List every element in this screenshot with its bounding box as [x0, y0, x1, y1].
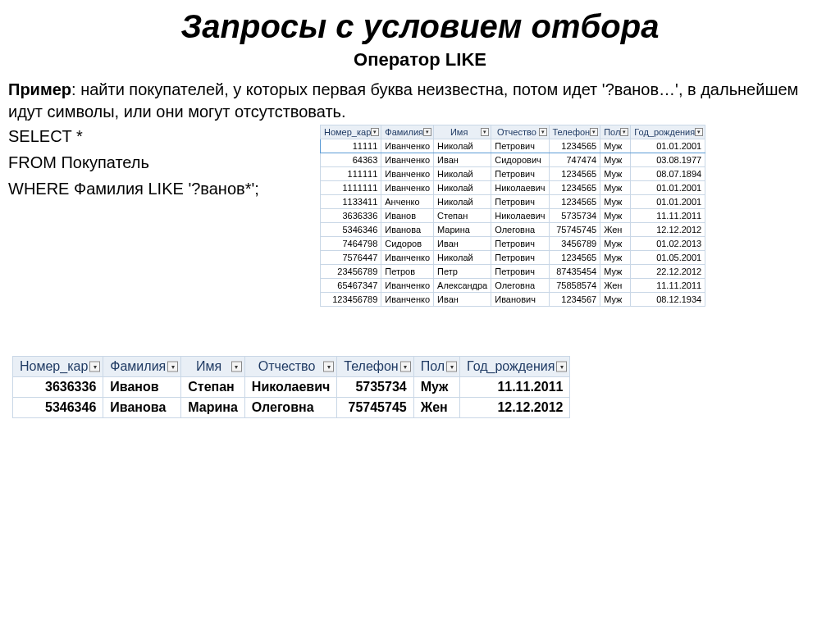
col-sex[interactable]: Пол▾ [600, 125, 631, 139]
col-name[interactable]: Имя▾ [434, 125, 491, 139]
cell-num: 7464798 [321, 237, 381, 251]
cell-tel: 1234565 [549, 251, 600, 265]
cell-num: 5346346 [321, 223, 381, 237]
cell-tel: 75745745 [337, 398, 413, 418]
cell-pat: Петрович [491, 139, 549, 153]
source-table-header: Номер_кар▾ Фамилия▾ Имя▾ Отчество▾ Телеф… [321, 125, 705, 139]
col-dob[interactable]: Год_рождения▾ [631, 125, 705, 139]
sql-line-1: SELECT * [8, 123, 312, 149]
dropdown-icon[interactable]: ▾ [89, 362, 100, 372]
cell-tel: 1234565 [549, 181, 600, 195]
cell-sex: Муж [600, 293, 631, 307]
cell-name: Марина [434, 223, 491, 237]
cell-fam: Иванов [103, 377, 181, 398]
rcol-dob[interactable]: Год_рождения▾ [460, 357, 570, 377]
rcol-tel[interactable]: Телефон▾ [337, 357, 413, 377]
cell-dob: 22.12.2012 [631, 265, 705, 279]
cell-name: Николай [434, 167, 491, 181]
cell-pat: Петрович [491, 195, 549, 209]
cell-name: Степан [181, 377, 245, 398]
cell-num: 11111 [321, 139, 381, 153]
table-row[interactable]: 111111ИванченкоНиколайПетрович1234565Муж… [321, 167, 705, 181]
table-row[interactable]: 1111111ИванченкоНиколайНиколаевич1234565… [321, 181, 705, 195]
dropdown-icon[interactable]: ▾ [695, 128, 703, 136]
cell-fam: Иванов [381, 209, 434, 223]
example-label: Пример [8, 80, 71, 98]
cell-pat: Петрович [491, 237, 549, 251]
cell-fam: Иванченко [381, 153, 434, 167]
cell-fam: Сидоров [381, 237, 434, 251]
cell-num: 5346346 [13, 398, 103, 418]
cell-num: 65467347 [321, 279, 381, 293]
table-row[interactable]: 7464798СидоровИванПетрович3456789Муж01.0… [321, 237, 705, 251]
cell-sex: Муж [600, 265, 631, 279]
table-row[interactable]: 64363ИванченкоИванСидорович747474Муж03.0… [321, 153, 705, 167]
cell-pat: Петрович [491, 167, 549, 181]
cell-fam: Иванченко [381, 251, 434, 265]
dropdown-icon[interactable]: ▾ [167, 362, 178, 372]
cell-sex: Муж [600, 251, 631, 265]
cell-sex: Муж [600, 195, 631, 209]
table-row[interactable]: 7576447ИванченкоНиколайПетрович1234565Му… [321, 251, 705, 265]
cell-fam: Иванова [103, 398, 181, 418]
dropdown-icon[interactable]: ▾ [590, 128, 598, 136]
cell-dob: 01.01.2001 [631, 195, 705, 209]
rcol-fam[interactable]: Фамилия▾ [103, 357, 181, 377]
rcol-pat[interactable]: Отчество▾ [244, 357, 336, 377]
table-row[interactable]: 3636336ИвановСтепанНиколаевич5735734Муж1… [321, 209, 705, 223]
cell-sex: Жен [600, 279, 631, 293]
cell-dob: 11.11.2011 [460, 377, 570, 398]
cell-sex: Жен [600, 223, 631, 237]
dropdown-icon[interactable]: ▾ [423, 128, 431, 136]
cell-tel: 1234565 [549, 167, 600, 181]
rcol-num[interactable]: Номер_кар▾ [13, 357, 103, 377]
table-row[interactable]: 65467347ИванченкоАлександраОлеговна75858… [321, 279, 705, 293]
cell-dob: 01.01.2001 [631, 139, 705, 153]
rcol-sex[interactable]: Пол▾ [413, 357, 459, 377]
cell-dob: 01.05.2001 [631, 251, 705, 265]
table-row[interactable]: 1133411АнченкоНиколайПетрович1234565Муж0… [321, 195, 705, 209]
cell-num: 3636336 [321, 209, 381, 223]
table-row[interactable]: 5346346ИвановаМаринаОлеговна75745745Жен1… [13, 398, 570, 418]
cell-tel: 1234567 [549, 293, 600, 307]
cell-fam: Иванова [381, 223, 434, 237]
dropdown-icon[interactable]: ▾ [446, 362, 457, 372]
cell-dob: 08.12.1934 [631, 293, 705, 307]
dropdown-icon[interactable]: ▾ [400, 362, 411, 372]
cell-dob: 12.12.2012 [460, 398, 570, 418]
cell-sex: Муж [600, 181, 631, 195]
dropdown-icon[interactable]: ▾ [539, 128, 547, 136]
page-title: Запросы с условием отбора [0, 8, 840, 45]
table-row[interactable]: 3636336ИвановСтепанНиколаевич5735734Муж1… [13, 377, 570, 398]
dropdown-icon[interactable]: ▾ [231, 362, 242, 372]
cell-dob: 12.12.2012 [631, 223, 705, 237]
cell-num: 7576447 [321, 251, 381, 265]
cell-name: Иван [434, 153, 491, 167]
col-fam[interactable]: Фамилия▾ [381, 125, 434, 139]
dropdown-icon[interactable]: ▾ [371, 128, 379, 136]
dropdown-icon[interactable]: ▾ [481, 128, 489, 136]
example-text: Пример: найти покупателей, у которых пер… [0, 79, 840, 123]
cell-name: Иван [434, 237, 491, 251]
cell-num: 3636336 [13, 377, 103, 398]
cell-num: 64363 [321, 153, 381, 167]
cell-dob: 01.01.2001 [631, 181, 705, 195]
cell-pat: Петрович [491, 251, 549, 265]
rcol-name[interactable]: Имя▾ [181, 357, 245, 377]
col-tel[interactable]: Телефон▾ [549, 125, 600, 139]
dropdown-icon[interactable]: ▾ [556, 362, 567, 372]
cell-pat: Олеговна [491, 279, 549, 293]
result-table: Номер_кар▾ Фамилия▾ Имя▾ Отчество▾ Телеф… [12, 356, 570, 418]
table-row[interactable]: 5346346ИвановаМаринаОлеговна75745745Жен1… [321, 223, 705, 237]
dropdown-icon[interactable]: ▾ [323, 362, 334, 372]
table-row[interactable]: 23456789ПетровПетрПетрович87435454Муж22.… [321, 265, 705, 279]
table-row[interactable]: 123456789ИванченкоИванИванович1234567Муж… [321, 293, 705, 307]
dropdown-icon[interactable]: ▾ [620, 128, 628, 136]
cell-num: 1133411 [321, 195, 381, 209]
col-pat[interactable]: Отчество▾ [491, 125, 549, 139]
cell-num: 1111111 [321, 181, 381, 195]
table-row[interactable]: 11111ИванченкоНиколайПетрович1234565Муж0… [321, 139, 705, 153]
cell-name: Петр [434, 265, 491, 279]
page-subtitle: Оператор LIKE [0, 49, 840, 71]
col-num[interactable]: Номер_кар▾ [321, 125, 381, 139]
